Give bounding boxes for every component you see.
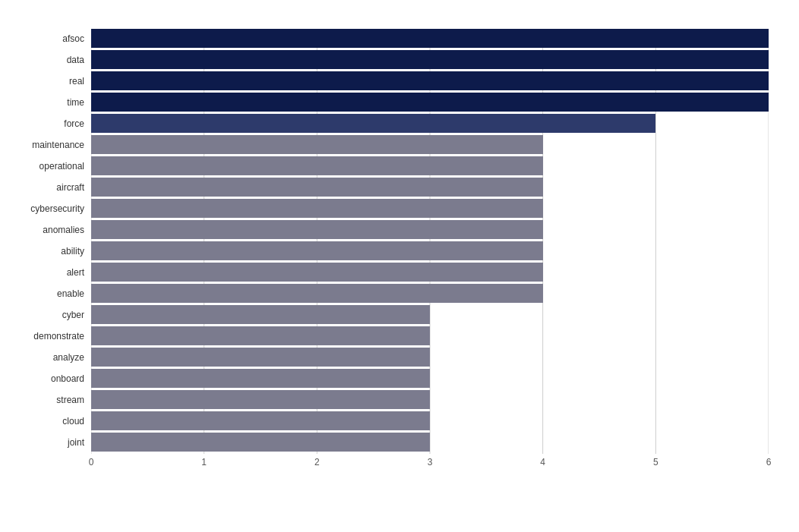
x-tick-4: 4 xyxy=(537,457,549,467)
bar-maintenance xyxy=(91,135,543,154)
bar-operational xyxy=(91,156,543,175)
bar-row-joint xyxy=(91,433,769,452)
y-label-enable: enable xyxy=(57,288,84,299)
y-label-maintenance: maintenance xyxy=(32,140,84,150)
bar-row-time xyxy=(91,93,769,112)
bar-aircraft xyxy=(91,178,543,197)
y-label-onboard: onboard xyxy=(51,373,84,384)
bar-row-demonstrate xyxy=(91,326,769,345)
bar-row-cybersecurity xyxy=(91,199,769,218)
x-tick-5: 5 xyxy=(649,457,662,467)
y-label-analyze: analyze xyxy=(53,352,84,363)
bar-cloud xyxy=(91,411,430,430)
y-label-stream: stream xyxy=(56,395,84,405)
bar-row-operational xyxy=(91,156,769,175)
y-label-demonstrate: demonstrate xyxy=(33,331,84,342)
bar-force xyxy=(91,114,655,133)
y-label-force: force xyxy=(64,118,84,129)
bar-row-onboard xyxy=(91,369,769,388)
bar-stream xyxy=(91,390,430,409)
bar-cyber xyxy=(91,305,430,324)
y-label-operational: operational xyxy=(39,161,84,172)
bar-demonstrate xyxy=(91,326,430,345)
y-label-cyber: cyber xyxy=(62,310,84,320)
bar-row-anomalies xyxy=(91,220,769,239)
bar-afsoc xyxy=(91,29,769,48)
y-label-ability: ability xyxy=(61,246,84,257)
bar-ability xyxy=(91,241,543,260)
bar-row-afsoc xyxy=(91,29,769,48)
bar-row-stream xyxy=(91,390,769,409)
y-label-afsoc: afsoc xyxy=(62,33,84,44)
y-label-cloud: cloud xyxy=(62,416,84,427)
y-label-anomalies: anomalies xyxy=(43,225,84,235)
bar-row-data xyxy=(91,50,769,69)
bar-anomalies xyxy=(91,220,543,239)
y-label-alert: alert xyxy=(67,267,84,278)
bar-row-force xyxy=(91,114,769,133)
y-label-time: time xyxy=(67,97,84,108)
chart-container: afsocdatarealtimeforcemaintenanceoperati… xyxy=(0,0,799,532)
bar-data xyxy=(91,50,769,69)
bar-row-alert xyxy=(91,263,769,282)
bar-row-maintenance xyxy=(91,135,769,154)
x-axis: 0123456 xyxy=(91,457,769,472)
bar-row-cloud xyxy=(91,411,769,430)
bar-row-cyber xyxy=(91,305,769,324)
bar-time xyxy=(91,93,769,112)
x-tick-3: 3 xyxy=(424,457,436,467)
y-axis-labels: afsocdatarealtimeforcemaintenanceoperati… xyxy=(4,29,87,454)
bar-cybersecurity xyxy=(91,199,543,218)
y-label-aircraft: aircraft xyxy=(56,182,84,193)
bar-real xyxy=(91,71,769,90)
bar-enable xyxy=(91,284,543,303)
bar-alert xyxy=(91,263,543,282)
x-ticks: 0123456 xyxy=(91,457,769,472)
y-label-cybersecurity: cybersecurity xyxy=(30,203,84,214)
bar-row-real xyxy=(91,71,769,90)
bar-onboard xyxy=(91,369,430,388)
bar-row-ability xyxy=(91,241,769,260)
x-tick-2: 2 xyxy=(311,457,323,467)
x-tick-0: 0 xyxy=(85,457,97,467)
y-label-real: real xyxy=(69,76,84,87)
bar-row-aircraft xyxy=(91,178,769,197)
bar-joint xyxy=(91,433,430,452)
bar-analyze xyxy=(91,348,430,367)
y-label-data: data xyxy=(67,55,84,65)
x-tick-6: 6 xyxy=(763,457,775,467)
bars-area xyxy=(91,29,769,454)
bar-row-analyze xyxy=(91,348,769,367)
x-tick-1: 1 xyxy=(198,457,210,467)
bar-row-enable xyxy=(91,284,769,303)
y-label-joint: joint xyxy=(68,437,84,448)
